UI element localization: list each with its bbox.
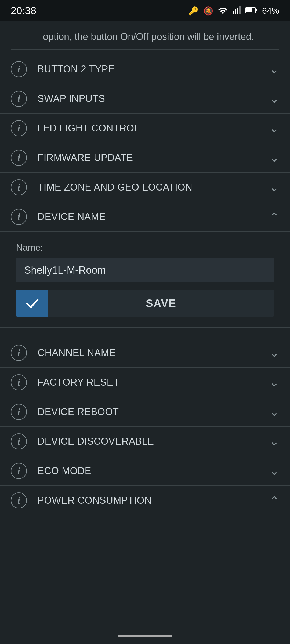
chevron-firmwareupdate: ⌄ (269, 151, 279, 164)
chevron-channelname: ⌄ (269, 346, 279, 360)
status-bar: 20:38 🔑 🔕 (0, 0, 290, 21)
chevron-powerconsumption: ⌄ (269, 493, 279, 507)
info-icon-ecomode: i (11, 463, 27, 479)
chevron-factoryreset: ⌄ (269, 375, 279, 389)
svg-rect-6 (256, 9, 257, 11)
info-icon-timezone: i (11, 179, 27, 195)
svg-rect-1 (233, 11, 234, 14)
chevron-button2type: ⌄ (269, 62, 279, 76)
chevron-swapinputs: ⌄ (269, 92, 279, 105)
label-button2type: BUTTON 2 TYPE (38, 64, 269, 75)
info-icon-factoryreset: i (11, 374, 27, 390)
svg-rect-4 (239, 6, 241, 14)
chevron-ledlight: ⌄ (269, 121, 279, 135)
info-icon-powerconsumption: i (11, 492, 27, 508)
info-icon-ledlight: i (11, 120, 27, 136)
info-icon-channelname: i (11, 345, 27, 361)
settings-row-timezone[interactable]: i TIME ZONE AND GEO-LOCATION ⌄ (0, 173, 290, 202)
settings-list-top: i BUTTON 2 TYPE ⌄ i SWAP INPUTS ⌄ i LED … (0, 54, 290, 232)
svg-rect-7 (246, 8, 252, 12)
label-channelname: CHANNEL NAME (38, 347, 269, 358)
label-devicediscoverable: DEVICE DISCOVERABLE (38, 436, 269, 447)
settings-row-devicediscoverable[interactable]: i DEVICE DISCOVERABLE ⌄ (0, 427, 290, 456)
settings-row-swapinputs[interactable]: i SWAP INPUTS ⌄ (0, 84, 290, 114)
status-time: 20:38 (11, 5, 36, 17)
info-icon-firmwareupdate: i (11, 150, 27, 166)
settings-row-devicename[interactable]: i DEVICE NAME ⌄ (0, 202, 290, 232)
chevron-devicediscoverable: ⌄ (269, 434, 279, 448)
label-firmwareupdate: FIRMWARE UPDATE (38, 152, 269, 163)
label-devicereboot: DEVICE REBOOT (38, 406, 269, 418)
description-text: option, the button On/Off position will … (0, 21, 290, 49)
settings-row-ecomode[interactable]: i ECO MODE ⌄ (0, 456, 290, 486)
info-icon-devicediscoverable: i (11, 433, 27, 449)
wifi-icon (218, 6, 228, 16)
devicename-expanded-section: Name: SAVE (0, 232, 290, 328)
bottom-nav (0, 628, 290, 644)
info-icon-devicereboot: i (11, 404, 27, 420)
label-devicename: DEVICE NAME (38, 211, 269, 222)
label-ledlight: LED LIGHT CONTROL (38, 123, 269, 134)
label-swapinputs: SWAP INPUTS (38, 93, 269, 104)
devicename-input[interactable] (16, 258, 274, 282)
status-icons: 🔑 🔕 64% (189, 6, 279, 16)
svg-rect-3 (237, 8, 238, 14)
home-indicator (118, 635, 172, 637)
svg-point-0 (222, 12, 224, 14)
mute-icon: 🔕 (203, 6, 213, 16)
label-timezone: TIME ZONE AND GEO-LOCATION (38, 182, 269, 193)
settings-row-firmwareupdate[interactable]: i FIRMWARE UPDATE ⌄ (0, 143, 290, 173)
battery-percent: 64% (262, 6, 279, 16)
save-button-row[interactable]: SAVE (16, 290, 274, 317)
battery-icon (245, 6, 257, 15)
label-ecomode: ECO MODE (38, 465, 269, 477)
info-icon-button2type: i (11, 61, 27, 77)
info-icon-devicename: i (11, 209, 27, 225)
chevron-timezone: ⌄ (269, 180, 279, 194)
save-checkbox-icon[interactable] (16, 290, 48, 317)
svg-rect-2 (235, 9, 236, 14)
chevron-ecomode: ⌄ (269, 464, 279, 478)
save-button[interactable]: SAVE (48, 290, 274, 317)
settings-row-devicereboot[interactable]: i DEVICE REBOOT ⌄ (0, 397, 290, 427)
settings-row-button2type[interactable]: i BUTTON 2 TYPE ⌄ (0, 54, 290, 84)
chevron-devicename: ⌄ (269, 210, 279, 224)
devicename-field-label: Name: (16, 242, 274, 253)
settings-row-powerconsumption[interactable]: i POWER CONSUMPTION ⌄ (0, 486, 290, 515)
chevron-devicereboot: ⌄ (269, 405, 279, 419)
settings-row-channelname[interactable]: i CHANNEL NAME ⌄ (0, 338, 290, 368)
label-powerconsumption: POWER CONSUMPTION (38, 495, 269, 506)
key-icon: 🔑 (189, 6, 198, 16)
signal-icon (233, 6, 241, 16)
settings-row-ledlight[interactable]: i LED LIGHT CONTROL ⌄ (0, 114, 290, 143)
settings-list-bottom: i CHANNEL NAME ⌄ i FACTORY RESET ⌄ i DEV… (0, 338, 290, 515)
info-icon-swapinputs: i (11, 91, 27, 107)
label-factoryreset: FACTORY RESET (38, 377, 269, 388)
settings-row-factoryreset[interactable]: i FACTORY RESET ⌄ (0, 368, 290, 397)
